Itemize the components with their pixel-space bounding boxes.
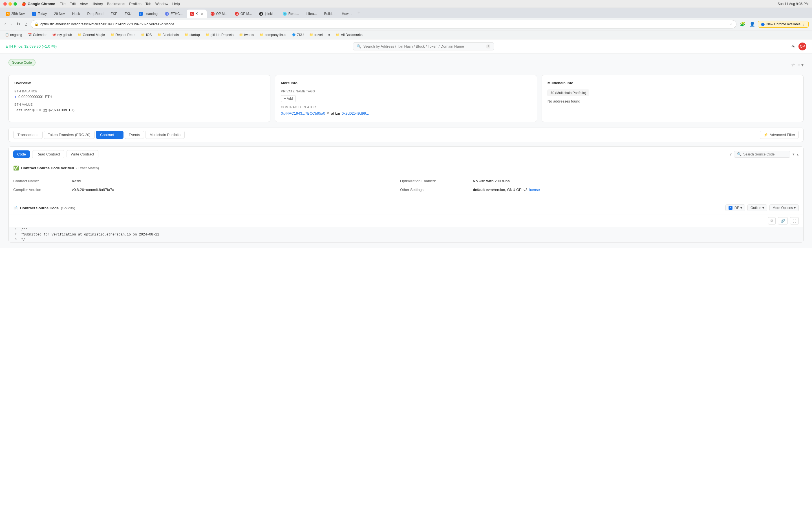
menu-help[interactable]: Help	[172, 2, 180, 6]
tab-events[interactable]: Events	[124, 131, 144, 139]
menu-profiles[interactable]: Profiles	[129, 2, 141, 6]
tab-token-transfers[interactable]: Token Transfers (ERC-20)	[44, 131, 95, 139]
outline-button[interactable]: Outline ▾	[748, 205, 767, 211]
tab-libra[interactable]: Libra...	[303, 10, 320, 18]
bookmark-tweets[interactable]: 📁 tweets	[237, 32, 256, 38]
user-avatar[interactable]: OP	[799, 43, 806, 50]
ide-button[interactable]: b IDE ▾	[725, 205, 745, 211]
read-contract-button[interactable]: Read Contract	[32, 150, 64, 158]
code-search-box[interactable]: 🔍	[734, 151, 790, 158]
folder-icon: 📁	[110, 33, 114, 37]
bookmark-zku[interactable]: 🔷 ZKU	[290, 32, 306, 38]
all-bookmarks-icon: 📁	[336, 33, 340, 37]
tab-transactions[interactable]: Transactions	[13, 131, 43, 139]
menu-history[interactable]: History	[92, 2, 103, 6]
tab-opm2[interactable]: O OP M...	[232, 10, 255, 18]
copy-code-button[interactable]: ⧉	[768, 217, 776, 224]
bookmark-general-magic[interactable]: 📁 General Magic	[75, 32, 107, 38]
tab-25th-nov[interactable]: N 25th Nov	[2, 10, 28, 18]
write-contract-button[interactable]: Write Contract	[66, 150, 98, 158]
close-button[interactable]	[3, 2, 7, 6]
contract-tabs-row: Transactions Token Transfers (ERC-20) Co…	[8, 128, 804, 142]
main-search-bar[interactable]: 🔍 /	[353, 42, 494, 50]
menu-window[interactable]: Window	[155, 2, 168, 6]
folder-icon: 📁	[78, 33, 82, 37]
tab-zkp[interactable]: ZKP	[107, 10, 121, 18]
creator-address-link[interactable]: 0x44AC1943...7BCCb95a0	[281, 111, 325, 115]
bookmark-github[interactable]: 🐙 my github	[50, 32, 74, 38]
tab-jainki[interactable]: J jainki...	[256, 10, 278, 18]
tab-build[interactable]: Build...	[321, 10, 338, 18]
link-code-button[interactable]: 🔗	[778, 217, 788, 224]
tab-deepread[interactable]: DeepRead	[84, 10, 107, 18]
tab-zku[interactable]: ZKU	[121, 10, 135, 18]
tab-ethc[interactable]: ⬡ ETHC...	[161, 10, 186, 18]
bookmark-travel[interactable]: 📁 travel	[307, 32, 325, 38]
list-view-icon[interactable]: ≡ ▾	[797, 62, 804, 68]
tab-hack[interactable]: Hack	[69, 10, 83, 18]
profile-icon[interactable]: 👤	[748, 20, 756, 28]
tab-favicon: O	[211, 12, 214, 16]
tab-how[interactable]: How ...	[338, 10, 356, 18]
tab-learning[interactable]: L Learning	[135, 10, 161, 18]
bookmark-github-projects[interactable]: 📁 gitHub Projects	[203, 32, 236, 38]
extensions-icon[interactable]: 🧩	[739, 20, 747, 28]
advanced-filter-button[interactable]: ⚡ Advanced Filter	[760, 131, 799, 139]
bookmark-ongoing[interactable]: 📋 ongoing	[3, 32, 24, 38]
bookmark-company-links[interactable]: 📁 company links	[257, 32, 289, 38]
tab-favicon: L	[139, 12, 143, 16]
copy-address-button[interactable]: ⧉	[327, 111, 329, 115]
menu-edit[interactable]: Edit	[69, 2, 75, 6]
more-info-title: More Info	[281, 81, 531, 85]
multichain-portfolio-badge[interactable]: $0 (Multichain Portfolio)	[548, 90, 589, 96]
app-name: 🍎 Google Chrome	[21, 2, 55, 6]
bookmark-star-icon[interactable]: ☆	[730, 22, 733, 26]
folder-icon: 📁	[309, 33, 313, 37]
tab-multichain-portfolio[interactable]: Multichain Portfolio	[145, 131, 185, 139]
expand-search-icon[interactable]: ▾	[793, 152, 795, 156]
collapse-search-icon[interactable]: ▴	[797, 152, 799, 156]
tab-k-active[interactable]: K K ✕	[187, 10, 207, 18]
source-code-search-input[interactable]	[743, 152, 787, 156]
menu-file[interactable]: File	[60, 2, 66, 6]
tab-react[interactable]: ⚛ Reac...	[280, 10, 303, 18]
maximize-button[interactable]	[13, 2, 17, 6]
txn-hash-link[interactable]: 0x8d02549d99...	[342, 111, 369, 115]
back-button[interactable]: ‹	[3, 20, 7, 28]
code-line-2: 2 *Submitted for verification at optimis…	[9, 232, 803, 237]
chevron-down-icon: ▾	[762, 206, 764, 210]
menu-bookmarks[interactable]: Bookmarks	[107, 2, 125, 6]
bookmark-all[interactable]: 📁 All Bookmarks	[334, 32, 365, 38]
fullscreen-code-button[interactable]: ⛶	[790, 217, 799, 224]
bookmark-blockchain[interactable]: 📁 Blockchain	[155, 32, 181, 38]
more-options-icon[interactable]: ⋮	[802, 22, 806, 26]
bookmark-more[interactable]: »	[326, 32, 333, 38]
minimize-button[interactable]	[8, 2, 12, 6]
new-chrome-banner[interactable]: ⬤ New Chrome available ⋮	[758, 21, 809, 27]
forward-button[interactable]: ›	[9, 20, 13, 28]
bookmark-startup[interactable]: 📁 startup	[182, 32, 202, 38]
tab-today[interactable]: T Today	[29, 10, 50, 18]
bookmark-ios[interactable]: 📁 iOS	[139, 32, 154, 38]
theme-toggle[interactable]: ☀	[790, 43, 796, 50]
add-tag-button[interactable]: + Add	[281, 95, 296, 102]
main-search-input[interactable]	[363, 44, 485, 48]
eth-value-label: ETH VALUE	[14, 103, 264, 106]
new-tab-button[interactable]: +	[356, 10, 362, 16]
code-button[interactable]: Code	[13, 151, 30, 158]
home-button[interactable]: ⌂	[24, 20, 29, 28]
more-options-button[interactable]: More Options ▾	[769, 205, 799, 211]
menu-view[interactable]: View	[80, 2, 88, 6]
menu-tab[interactable]: Tab	[146, 2, 151, 6]
tab-close-icon[interactable]: ✕	[201, 12, 203, 16]
refresh-button[interactable]: ↻	[15, 20, 21, 28]
bookmark-calendar[interactable]: 📅 Calendar	[26, 32, 49, 38]
star-icon[interactable]: ☆	[791, 62, 795, 68]
tab-29nov[interactable]: 29 Nov	[51, 10, 68, 18]
tab-opm1[interactable]: O OP M...	[207, 10, 231, 18]
help-icon[interactable]: ?	[730, 152, 732, 156]
tab-contract[interactable]: Contract ✓	[96, 131, 123, 139]
bookmark-repeat-read[interactable]: 📁 Repeat Read	[108, 32, 138, 38]
address-bar[interactable]: 🔒 optimistic.etherscan.io/address/0xb59c…	[31, 20, 737, 29]
license-link[interactable]: license	[528, 187, 540, 192]
